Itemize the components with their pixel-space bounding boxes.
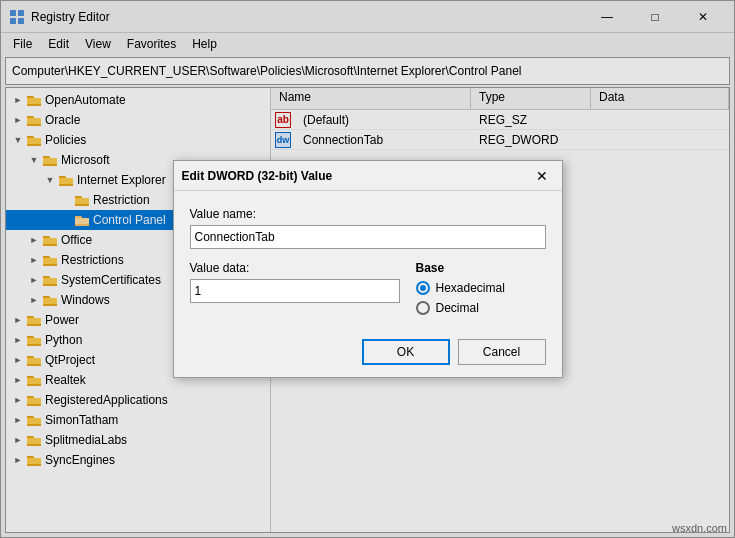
- modal-base-col: Base Hexadecimal Decimal: [416, 261, 546, 315]
- radio-circle-hex: [416, 281, 430, 295]
- value-data-input[interactable]: [190, 279, 400, 303]
- radio-group-base: Hexadecimal Decimal: [416, 281, 546, 315]
- radio-dec-label: Decimal: [436, 301, 479, 315]
- ok-button[interactable]: OK: [362, 339, 450, 365]
- modal-overlay: Edit DWORD (32-bit) Value ✕ Value name: …: [0, 0, 735, 538]
- value-name-label: Value name:: [190, 207, 546, 221]
- radio-circle-dec: [416, 301, 430, 315]
- modal-title: Edit DWORD (32-bit) Value: [182, 169, 530, 183]
- modal-title-bar: Edit DWORD (32-bit) Value ✕: [174, 161, 562, 191]
- cancel-button[interactable]: Cancel: [458, 339, 546, 365]
- value-name-input[interactable]: [190, 225, 546, 249]
- modal-data-base-row: Value data: Base Hexadecimal: [190, 261, 546, 315]
- modal-close-button[interactable]: ✕: [530, 164, 554, 188]
- modal-body: Value name: Value data: Base Hexadecimal: [174, 191, 562, 331]
- base-label: Base: [416, 261, 546, 275]
- radio-hexadecimal[interactable]: Hexadecimal: [416, 281, 546, 295]
- value-data-label: Value data:: [190, 261, 400, 275]
- modal-footer: OK Cancel: [174, 331, 562, 377]
- edit-dword-modal: Edit DWORD (32-bit) Value ✕ Value name: …: [173, 160, 563, 378]
- radio-hex-label: Hexadecimal: [436, 281, 505, 295]
- radio-decimal[interactable]: Decimal: [416, 301, 546, 315]
- modal-data-col: Value data:: [190, 261, 400, 315]
